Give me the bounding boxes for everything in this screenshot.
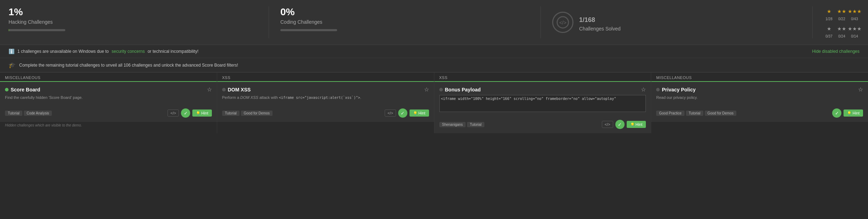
hint-button-domxss[interactable]: Hint: [410, 110, 429, 117]
star-row-top: ★ 1/28 ★★ 0/22 ★★★ 0/43: [824, 6, 859, 21]
card-category-scoreboard: Miscellaneous: [0, 73, 217, 82]
card-dot-privacy: [656, 88, 660, 91]
card-domxss: DOM XSS ☆ Perform a DOM XSS attack with …: [217, 82, 434, 122]
card-desc-scoreboard: Find the carefully hidden 'Score Board' …: [5, 95, 212, 105]
info-text-before: 1 challenges are unavailable on Windows …: [17, 49, 109, 54]
tag-tutorial-privacy: Tutorial: [686, 111, 703, 116]
tutorial-text: Complete the remaining tutorial challeng…: [19, 63, 238, 68]
card-actions-privacy: ✓ Hint: [832, 108, 863, 118]
stats-bar: 1% Hacking Challenges 0% Coding Challeng…: [0, 0, 868, 45]
star-1-count: 1/28: [825, 17, 832, 21]
solve-button-scoreboard[interactable]: ✓: [181, 108, 190, 118]
card-dot-bonuspayload: [439, 88, 443, 91]
solve-button-privacy[interactable]: ✓: [832, 108, 841, 118]
card-star-scoreboard[interactable]: ☆: [207, 86, 212, 93]
coding-label: Coding Challenges: [280, 19, 529, 25]
info-icon: ℹ️: [9, 49, 15, 54]
star-item-4[interactable]: ★ 0/37: [824, 24, 834, 38]
hint-button-privacy[interactable]: Hint: [844, 110, 863, 117]
tag-goodfordemos-privacy: Good for Demos: [705, 111, 736, 116]
card-category-domxss: XSS: [217, 73, 434, 82]
card-tags-scoreboard: Tutorial Code Analysis: [5, 111, 52, 116]
card-title-domxss: DOM XSS: [222, 87, 251, 92]
star-6-icon: ★★★: [850, 24, 859, 34]
tutorial-bar: 🎓 Complete the remaining tutorial challe…: [0, 58, 868, 73]
star-3-icon: ★★★: [850, 6, 859, 16]
card-title-row-scoreboard: Score Board ☆: [5, 86, 212, 93]
hacking-label: Hacking Challenges: [9, 19, 257, 25]
card-title-privacy: Privacy Policy: [656, 87, 696, 92]
hint-button-scoreboard[interactable]: Hint: [192, 110, 212, 117]
star-row-bottom: ★ 0/37 ★★ 0/24 ★★★ 0/14: [824, 24, 859, 38]
card-dot-scoreboard: [5, 88, 9, 91]
tag-tutorial-scoreboard: Tutorial: [5, 111, 22, 116]
star-2-count: 0/22: [838, 17, 845, 21]
code-button-domxss[interactable]: </>: [385, 110, 396, 117]
coding-percent: 0%: [280, 6, 529, 18]
tag-code-analysis-scoreboard: Code Analysis: [24, 111, 52, 116]
code-button-bonuspayload[interactable]: </>: [602, 121, 613, 128]
card-tags-domxss: Tutorial Good for Demos: [222, 111, 273, 116]
star-6-count: 0/14: [851, 34, 858, 38]
hacking-bar-fill: [9, 29, 9, 31]
card-category-bonuspayload: XSS: [434, 73, 651, 82]
challenges-text: 1/168 Challenges Solved: [579, 13, 621, 32]
card-dot-domxss: [222, 88, 226, 91]
star-item-1[interactable]: ★ 1/28: [824, 6, 834, 21]
hacking-challenges-block: 1% Hacking Challenges: [9, 6, 269, 38]
code-button-scoreboard[interactable]: </>: [167, 110, 179, 117]
card-title-bonuspayload: Bonus Payload: [439, 87, 481, 92]
card-star-privacy[interactable]: ☆: [858, 86, 863, 93]
card-desc-bonuspayload: <iframe width="100%" height="166" scroll…: [439, 95, 646, 116]
challenges-icon: </>: [552, 12, 573, 33]
card-footer-domxss: Tutorial Good for Demos </> ✓ Hint: [222, 108, 429, 118]
tag-goodfordemos-domxss: Good for Demos: [241, 111, 273, 116]
info-text-after: or technical incompatibility!: [148, 49, 198, 54]
solve-button-domxss[interactable]: ✓: [398, 108, 407, 118]
card-wrapper-scoreboard: Miscellaneous Score Board ☆ Find the car…: [0, 73, 217, 133]
hacking-percent: 1%: [9, 6, 257, 18]
card-star-domxss[interactable]: ☆: [424, 86, 429, 93]
card-scoreboard: Score Board ☆ Find the carefully hidden …: [0, 82, 217, 122]
card-wrapper-privacy: Miscellaneous Privacy Policy ☆ Read our …: [651, 73, 868, 133]
card-footer-bonuspayload: Shenanigans Tutorial </> ✓ Hint: [439, 120, 646, 129]
star-ratings-block: ★ 1/28 ★★ 0/22 ★★★ 0/43 ★ 0/37 ★★ 0/24 ★: [813, 6, 859, 38]
star-4-icon: ★: [824, 24, 834, 34]
card-actions-bonuspayload: </> ✓ Hint: [602, 120, 646, 129]
solve-button-bonuspayload[interactable]: ✓: [615, 120, 625, 129]
card-star-bonuspayload[interactable]: ☆: [641, 86, 646, 93]
hide-disabled-link[interactable]: Hide disabled challenges: [812, 49, 859, 54]
cards-container: Miscellaneous Score Board ☆ Find the car…: [0, 73, 868, 133]
svg-text:</>: </>: [559, 20, 566, 26]
graduation-icon: 🎓: [9, 62, 16, 68]
star-1-icon: ★: [824, 6, 834, 16]
card-desc-privacy: Read our privacy policy.: [656, 95, 863, 105]
security-concerns-link[interactable]: security concerns: [112, 49, 145, 54]
hint-button-bonuspayload[interactable]: Hint: [627, 121, 646, 128]
scrollbar-area-bonuspayload[interactable]: <iframe width="100%" height="166" scroll…: [439, 95, 646, 116]
card-title-row-domxss: DOM XSS ☆: [222, 86, 429, 93]
star-item-6[interactable]: ★★★ 0/14: [850, 24, 859, 38]
coding-challenges-block: 0% Coding Challenges: [269, 6, 541, 38]
card-privacy: Privacy Policy ☆ Read our privacy policy…: [651, 82, 868, 122]
star-3-count: 0/43: [851, 17, 858, 21]
card-title-row-privacy: Privacy Policy ☆: [656, 86, 863, 93]
hacking-bar: [9, 29, 65, 31]
card-category-privacy: Miscellaneous: [651, 73, 868, 82]
overlap-notice: Hidden challenges which are visible to t…: [0, 122, 217, 129]
card-footer-privacy: Good Practice Tutorial Good for Demos ✓ …: [656, 108, 863, 118]
star-item-5[interactable]: ★★ 0/24: [837, 24, 847, 38]
coding-bar: [280, 29, 337, 31]
card-title-scoreboard: Score Board: [5, 87, 40, 92]
star-item-3[interactable]: ★★★ 0/43: [850, 6, 859, 21]
challenges-label: Challenges Solved: [579, 26, 621, 32]
bonus-payload-textarea[interactable]: <iframe width="100%" height="166" scroll…: [439, 95, 646, 112]
tag-goodpractice-privacy: Good Practice: [656, 111, 684, 116]
card-actions-domxss: </> ✓ Hint: [385, 108, 429, 118]
star-item-2[interactable]: ★★ 0/22: [837, 6, 847, 21]
card-tags-bonuspayload: Shenanigans Tutorial: [439, 122, 484, 127]
card-desc-domxss: Perform a DOM XSS attack with <iframe sr…: [222, 95, 429, 105]
star-5-count: 0/24: [838, 34, 845, 38]
card-tags-privacy: Good Practice Tutorial Good for Demos: [656, 111, 736, 116]
card-bonuspayload: Bonus Payload ☆ <iframe width="100%" hei…: [434, 82, 651, 133]
